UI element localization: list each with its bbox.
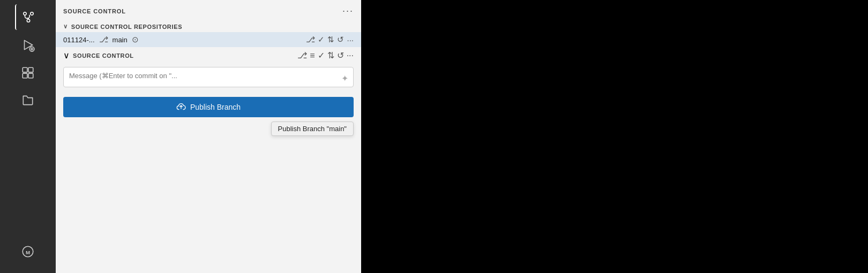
panel-title: SOURCE CONTROL: [63, 8, 126, 14]
sc-list-icon[interactable]: ≡: [310, 51, 315, 60]
repositories-chevron[interactable]: ∨: [63, 23, 68, 30]
publish-branch-label: Publish Branch: [190, 103, 241, 111]
repositories-section-header: ∨ SOURCE CONTROL REPOSITORIES: [56, 21, 361, 32]
activity-bar: M: [0, 0, 56, 273]
sc-section-header: ∨ SOURCE CONTROL ⎇ ≡ ✓ ⇅ ↺ ···: [56, 47, 361, 64]
sc-sync-changes-icon[interactable]: ⇅: [327, 50, 334, 60]
repo-refresh-icon[interactable]: ↺: [337, 35, 344, 44]
maven-icon: M: [21, 245, 35, 259]
tooltip-wrapper: Publish Branch "main": [271, 122, 354, 136]
run-debug-icon: [21, 38, 35, 52]
panel-header: SOURCE CONTROL ···: [56, 0, 361, 21]
sidebar-item-extensions[interactable]: [15, 60, 41, 86]
svg-marker-4: [25, 40, 33, 49]
sidebar-item-run-debug[interactable]: [15, 32, 41, 58]
sc-refresh-icon[interactable]: ↺: [337, 50, 344, 60]
sc-title: SOURCE CONTROL: [73, 52, 134, 59]
repo-name: 011124-...: [63, 36, 95, 44]
publish-branch-tooltip: Publish Branch "main": [271, 122, 354, 136]
sc-check-icon[interactable]: ✓: [318, 50, 325, 60]
explorer-icon: [21, 94, 35, 108]
svg-rect-10: [23, 73, 27, 78]
sc-actions: ⎇ ≡ ✓ ⇅ ↺ ···: [297, 50, 354, 60]
sparkle-icon[interactable]: ✦: [341, 73, 348, 84]
sc-more-icon[interactable]: ···: [347, 51, 354, 60]
cloud-upload-icon: [176, 102, 186, 112]
svg-rect-8: [23, 67, 27, 72]
svg-text:M: M: [26, 249, 30, 255]
repo-branch-name: main: [113, 36, 128, 44]
svg-point-1: [31, 12, 33, 15]
extensions-icon: [21, 66, 35, 80]
repositories-label: SOURCE CONTROL REPOSITORIES: [71, 24, 183, 30]
repo-graph-icon[interactable]: ⎇: [306, 35, 315, 44]
right-panel: [361, 0, 868, 273]
svg-rect-9: [28, 67, 33, 72]
repo-cloud-icon[interactable]: ⊙: [132, 35, 139, 44]
message-area: ✦: [63, 67, 354, 89]
svg-rect-11: [28, 73, 33, 78]
repo-row: 011124-... ⎇ main ⊙ ⎇ ✓ ⇅ ↺ ···: [56, 32, 361, 47]
repo-sync-icon[interactable]: ⇅: [327, 35, 334, 44]
publish-branch-button[interactable]: Publish Branch: [63, 97, 354, 117]
sc-chevron[interactable]: ∨: [63, 50, 70, 60]
svg-point-0: [24, 12, 26, 15]
panel-more-button[interactable]: ···: [342, 5, 354, 17]
sidebar-item-source-control[interactable]: [15, 4, 41, 30]
sc-branch-icon[interactable]: ⎇: [297, 50, 307, 60]
source-control-panel: SOURCE CONTROL ··· ∨ SOURCE CONTROL REPO…: [56, 0, 361, 273]
sidebar-item-explorer[interactable]: [15, 88, 41, 113]
sidebar-item-maven[interactable]: M: [15, 239, 41, 264]
repo-actions: ⎇ ✓ ⇅ ↺ ···: [306, 35, 354, 44]
commit-message-input[interactable]: [63, 67, 354, 87]
repo-branch-icon: ⎇: [99, 35, 108, 44]
source-control-icon: [21, 10, 35, 24]
repo-more-icon[interactable]: ···: [347, 35, 354, 44]
repo-check-icon[interactable]: ✓: [318, 35, 325, 44]
